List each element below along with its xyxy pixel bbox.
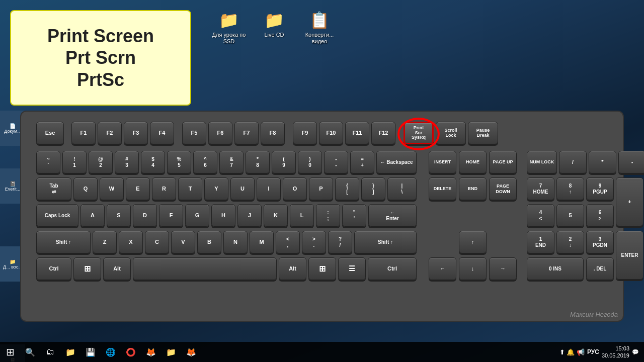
taskbar-icon-folder[interactable]: 📁 [161, 342, 181, 362]
desktop-icon-3[interactable]: 📁 Live CD [257, 10, 292, 45]
key-pagedown[interactable]: PAGE DOWN [489, 177, 517, 200]
key-rwin[interactable]: ⊞ [308, 257, 336, 280]
key-f2[interactable]: F2 [98, 122, 122, 144]
key-2[interactable]: @2 [89, 151, 113, 173]
taskbar-start-button[interactable]: ⊞ [0, 342, 20, 362]
key-backspace[interactable]: ← Backspace [376, 151, 417, 173]
key-k[interactable]: K [264, 204, 288, 227]
key-nummul[interactable]: * [589, 151, 616, 173]
key-lctrl[interactable]: Ctrl [36, 257, 71, 280]
taskbar-icon-opera[interactable]: ⭕ [121, 342, 141, 362]
key-e[interactable]: E [126, 177, 150, 200]
key-lshift[interactable]: Shift ↑ [36, 231, 91, 253]
key-num2[interactable]: 2↓ [556, 231, 584, 253]
key-lalt[interactable]: Alt [103, 257, 131, 280]
key-delete[interactable]: DELETE [429, 177, 456, 200]
key-f9[interactable]: F9 [293, 122, 317, 144]
key-right[interactable]: → [489, 257, 517, 280]
key-pause[interactable]: PauseBreak [468, 122, 498, 144]
key-period[interactable]: >. [302, 231, 326, 253]
key-7[interactable]: &7 [219, 151, 244, 173]
taskbar-icon-chrome[interactable]: 🌐 [101, 342, 121, 362]
key-n[interactable]: N [223, 231, 248, 253]
key-num7[interactable]: 7HOME [527, 177, 554, 200]
key-9[interactable]: (9 [272, 151, 296, 173]
key-y[interactable]: Y [204, 177, 228, 200]
key-tab[interactable]: Tab⇌ [36, 177, 71, 200]
key-numplus[interactable]: + [616, 177, 643, 226]
key-num5[interactable]: 5 [556, 204, 584, 227]
taskbar-icon-taskmgr[interactable]: 🗂 [40, 342, 60, 362]
key-up[interactable]: ↑ [459, 231, 487, 253]
key-8[interactable]: *8 [246, 151, 270, 173]
key-r[interactable]: R [152, 177, 176, 200]
taskbar-notification-icon[interactable]: 💬 [632, 349, 639, 355]
key-c[interactable]: C [145, 231, 169, 253]
key-l[interactable]: L [290, 204, 314, 227]
key-z[interactable]: Z [93, 231, 117, 253]
key-h[interactable]: H [211, 204, 235, 227]
key-6[interactable]: ^6 [193, 151, 217, 173]
key-left[interactable]: ← [429, 257, 456, 280]
key-3[interactable]: #3 [115, 151, 139, 173]
key-end[interactable]: END [459, 177, 487, 200]
key-numlock[interactable]: NUM LOCK [527, 151, 557, 173]
taskbar-icon-app[interactable]: 🦊 [181, 342, 201, 362]
key-insert[interactable]: INSERT [429, 151, 456, 173]
key-s[interactable]: S [107, 204, 131, 227]
key-num8[interactable]: 8↑ [556, 177, 584, 200]
key-f4[interactable]: F4 [150, 122, 174, 144]
key-numenter[interactable]: ENTER [616, 231, 643, 280]
key-lbracket[interactable]: {[ [335, 177, 359, 200]
key-q[interactable]: Q [73, 177, 98, 200]
key-f10[interactable]: F10 [319, 122, 343, 144]
key-numdiv[interactable]: / [559, 151, 587, 173]
desktop-icon-4[interactable]: 📋 Конверти... видео [302, 10, 337, 45]
key-f11[interactable]: F11 [345, 122, 369, 144]
desktop-icon-2[interactable]: 📁 Для урока по SSD [211, 10, 247, 45]
key-down[interactable]: ↓ [459, 257, 487, 280]
key-j[interactable]: J [237, 204, 262, 227]
key-f5[interactable]: F5 [182, 122, 206, 144]
key-g[interactable]: G [185, 204, 209, 227]
key-num9[interactable]: 9PGUP [586, 177, 614, 200]
key-lwin[interactable]: ⊞ [73, 257, 101, 280]
key-num1[interactable]: 1END [527, 231, 554, 253]
key-num4[interactable]: 4< [527, 204, 554, 227]
key-ralt[interactable]: Alt [279, 257, 306, 280]
key-rshift[interactable]: Shift ↑ [354, 231, 417, 253]
key-esc[interactable]: Esc [36, 122, 64, 144]
key-menu[interactable]: ☰ [338, 257, 366, 280]
key-f7[interactable]: F7 [234, 122, 259, 144]
key-capslock[interactable]: Caps Lock [36, 204, 78, 227]
key-semicolon[interactable]: :; [316, 204, 340, 227]
key-enter[interactable]: ←Enter [368, 204, 417, 227]
key-pageup[interactable]: PAGE UP [489, 151, 517, 173]
key-x[interactable]: X [119, 231, 143, 253]
key-printscreen[interactable]: PrintScrSysRq [404, 122, 434, 144]
key-backslash[interactable]: |\ [387, 177, 417, 200]
key-o[interactable]: O [283, 177, 307, 200]
key-minus[interactable]: -- [324, 151, 348, 173]
key-1[interactable]: !1 [62, 151, 87, 173]
taskbar-search-button[interactable]: 🔍 [20, 342, 40, 362]
key-w[interactable]: W [100, 177, 124, 200]
key-f8[interactable]: F8 [261, 122, 285, 144]
key-rbracket[interactable]: }] [361, 177, 385, 200]
taskbar-language[interactable]: РУС [587, 348, 599, 355]
key-f3[interactable]: F3 [124, 122, 148, 144]
taskbar-icon-firefox[interactable]: 🦊 [141, 342, 161, 362]
key-tilde[interactable]: ~` [36, 151, 60, 173]
key-num0[interactable]: 0 INS [527, 257, 584, 280]
key-home[interactable]: HOME [459, 151, 487, 173]
key-numdot[interactable]: . DEL [586, 257, 614, 280]
key-num6[interactable]: 6> [586, 204, 614, 227]
key-b[interactable]: B [197, 231, 221, 253]
key-slash[interactable]: ?/ [328, 231, 352, 253]
key-5[interactable]: %5 [167, 151, 191, 173]
key-d[interactable]: D [133, 204, 157, 227]
key-v[interactable]: V [171, 231, 195, 253]
key-4[interactable]: $4 [141, 151, 165, 173]
key-numminus[interactable]: - [618, 151, 644, 173]
key-f[interactable]: F [159, 204, 183, 227]
